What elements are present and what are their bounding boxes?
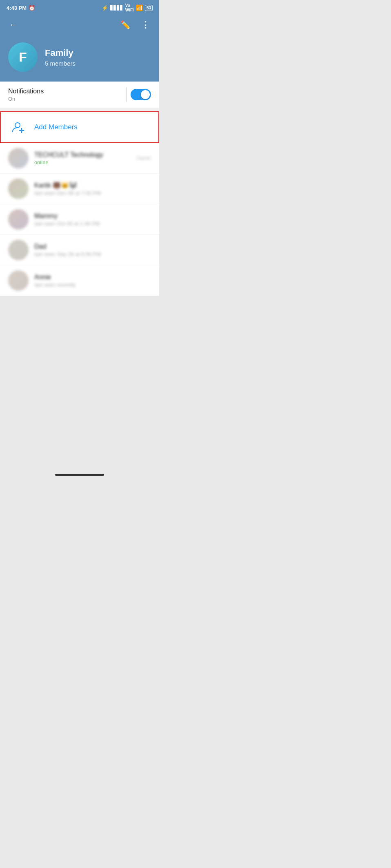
member-name: TECHCULT Technology	[34, 151, 131, 159]
members-list: TECHCULT Technology online Owner Kartik …	[0, 143, 159, 296]
add-members-row[interactable]: Add Members	[0, 111, 159, 143]
member-name: Dad	[34, 243, 151, 250]
nav-actions: ✏️ ⋮	[119, 18, 152, 32]
bottom-gray-area	[0, 296, 159, 467]
group-info: Family 5 members	[45, 48, 76, 67]
edit-button[interactable]: ✏️	[119, 18, 132, 31]
notifications-row: Notifications On	[0, 82, 159, 108]
svg-point-0	[15, 123, 20, 128]
nav-bar: ← ✏️ ⋮	[0, 15, 159, 38]
member-status: last seen Dec 08 at 7:00 PM	[34, 190, 151, 196]
content-area: Notifications On Add Members	[0, 82, 159, 296]
avatar	[8, 179, 29, 199]
battery-icon: 53	[145, 5, 153, 11]
member-info: Annie last seen recently	[34, 274, 151, 288]
member-info: TECHCULT Technology online	[34, 151, 131, 166]
toggle-thumb	[141, 90, 150, 99]
member-badge: Owner	[137, 155, 151, 161]
list-item[interactable]: Kartik 🐻🐱🐼 last seen Dec 08 at 7:00 PM	[0, 174, 159, 204]
list-item[interactable]: Mammy last seen Oct 05 at 1:46 PM	[0, 204, 159, 235]
group-header: F Family 5 members	[0, 38, 159, 82]
add-members-icon	[9, 118, 28, 137]
member-status: last seen Sep 29 at 6:56 PM	[34, 251, 151, 257]
group-avatar: F	[8, 42, 38, 72]
list-item[interactable]: Annie last seen recently	[0, 265, 159, 296]
status-left: 4:43 PM ⏰	[7, 5, 35, 11]
alarm-icon: ⏰	[29, 5, 35, 11]
status-time: 4:43 PM	[7, 5, 27, 11]
group-members-count: 5 members	[45, 60, 76, 67]
add-members-label: Add Members	[34, 123, 78, 131]
home-bar	[55, 474, 104, 476]
section-separator	[0, 108, 159, 111]
list-item[interactable]: TECHCULT Technology online Owner	[0, 143, 159, 174]
avatar	[8, 240, 29, 260]
member-status: last seen Oct 05 at 1:46 PM	[34, 221, 151, 227]
avatar	[8, 148, 29, 168]
group-name: Family	[45, 48, 76, 58]
vowifi-icon: VoWiFi	[125, 3, 134, 12]
wifi-icon: 📶	[136, 4, 143, 11]
notifications-controls	[126, 87, 151, 102]
member-name: Kartik 🐻🐱🐼	[34, 181, 151, 189]
member-status: last seen recently	[34, 282, 151, 288]
member-info: Dad last seen Sep 29 at 6:56 PM	[34, 243, 151, 257]
list-item[interactable]: Dad last seen Sep 29 at 6:56 PM	[0, 235, 159, 265]
member-name: Mammy	[34, 212, 151, 220]
notifications-label-area: Notifications On	[8, 88, 44, 102]
notifications-status: On	[8, 96, 44, 102]
signal-icon: ▋▋▋▋	[110, 5, 123, 11]
back-button[interactable]: ←	[7, 18, 20, 32]
member-info: Mammy last seen Oct 05 at 1:46 PM	[34, 212, 151, 227]
divider	[126, 87, 127, 102]
more-options-button[interactable]: ⋮	[140, 18, 152, 32]
status-bar: 4:43 PM ⏰ ⚡ ▋▋▋▋ VoWiFi 📶 53	[0, 0, 159, 15]
notifications-title: Notifications	[8, 88, 44, 95]
member-name: Annie	[34, 274, 151, 281]
home-indicator-area	[0, 467, 159, 480]
notifications-toggle[interactable]	[131, 89, 151, 100]
member-status: online	[34, 159, 131, 166]
status-right: ⚡ ▋▋▋▋ VoWiFi 📶 53	[102, 3, 153, 12]
avatar	[8, 209, 29, 230]
avatar	[8, 270, 29, 291]
member-info: Kartik 🐻🐱🐼 last seen Dec 08 at 7:00 PM	[34, 181, 151, 196]
bluetooth-icon: ⚡	[102, 5, 108, 11]
